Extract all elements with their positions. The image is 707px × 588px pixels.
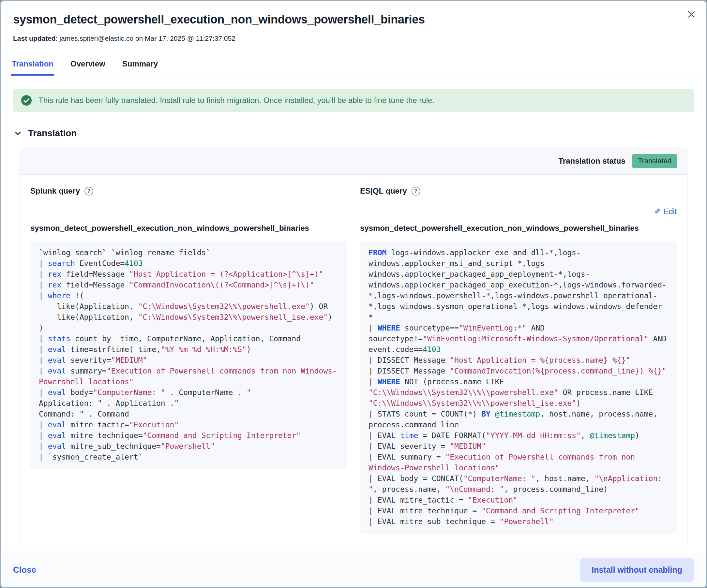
chevron-down-icon	[13, 129, 23, 138]
close-icon[interactable]	[685, 8, 697, 20]
edit-label: Edit	[664, 207, 677, 216]
esql-rule-name: sysmon_detect_powershell_execution_non_w…	[360, 222, 677, 234]
tab-overview[interactable]: Overview	[70, 57, 106, 76]
last-updated-label: Last updated	[13, 35, 56, 42]
callout-text: This rule has been fully translated. Ins…	[38, 95, 434, 106]
last-updated: Last updated: james.spiteri@elastic.co o…	[13, 34, 694, 43]
splunk-query-column: Splunk query ? sysmon_detect_powershell_…	[30, 186, 347, 533]
esql-query-heading: ES|QL query	[360, 186, 407, 196]
translation-panel-header: Translation status Translated	[20, 147, 687, 175]
tab-translation[interactable]: Translation	[11, 57, 54, 76]
accordion-title: Translation	[28, 128, 77, 139]
tab-summary[interactable]: Summary	[122, 57, 159, 76]
help-icon[interactable]: ?	[411, 187, 420, 196]
splunk-code-block: `winlog_search` `winlog_rename_fields` |…	[30, 241, 347, 469]
esql-query-heading-row: ES|QL query ?	[360, 186, 677, 196]
splunk-edit-row-spacer	[30, 201, 347, 222]
esql-query-column: ES|QL query ? ✎Edit sysmon_detect_powers…	[360, 186, 677, 533]
tab-bar: Translation Overview Summary	[1, 57, 706, 76]
translation-accordion-toggle[interactable]: Translation	[13, 128, 694, 139]
splunk-query-heading-row: Splunk query ?	[30, 186, 347, 196]
edit-button[interactable]: ✎Edit	[654, 207, 677, 216]
help-icon[interactable]: ?	[85, 187, 93, 196]
check-in-circle-icon	[21, 95, 32, 106]
success-callout: This rule has been fully translated. Ins…	[13, 89, 694, 112]
query-comparison: Splunk query ? sysmon_detect_powershell_…	[20, 175, 687, 547]
translation-status-label: Translation status	[558, 157, 625, 166]
last-updated-value: : james.spiteri@elastic.co on Mar 17, 20…	[56, 35, 235, 42]
splunk-rule-name: sysmon_detect_powershell_execution_non_w…	[30, 222, 347, 234]
page-title: sysmon_detect_powershell_execution_non_w…	[13, 11, 694, 28]
esql-code-block: FROM logs-windows.applocker_exe_and_dll-…	[360, 241, 677, 533]
pencil-icon: ✎	[654, 207, 660, 216]
flyout-footer: Close Install without enabling	[1, 553, 706, 587]
rule-migration-flyout: sysmon_detect_powershell_execution_non_w…	[0, 0, 707, 588]
flyout-header: sysmon_detect_powershell_execution_non_w…	[1, 1, 706, 43]
translation-panel: Translation status Translated Splunk que…	[20, 147, 687, 547]
flyout-body: This rule has been fully translated. Ins…	[1, 76, 706, 553]
close-button[interactable]: Close	[13, 565, 36, 575]
install-without-enabling-button[interactable]: Install without enabling	[580, 558, 694, 582]
splunk-query-heading: Splunk query	[30, 186, 80, 196]
esql-edit-row: ✎Edit	[360, 201, 677, 222]
translation-status-badge: Translated	[632, 154, 677, 168]
